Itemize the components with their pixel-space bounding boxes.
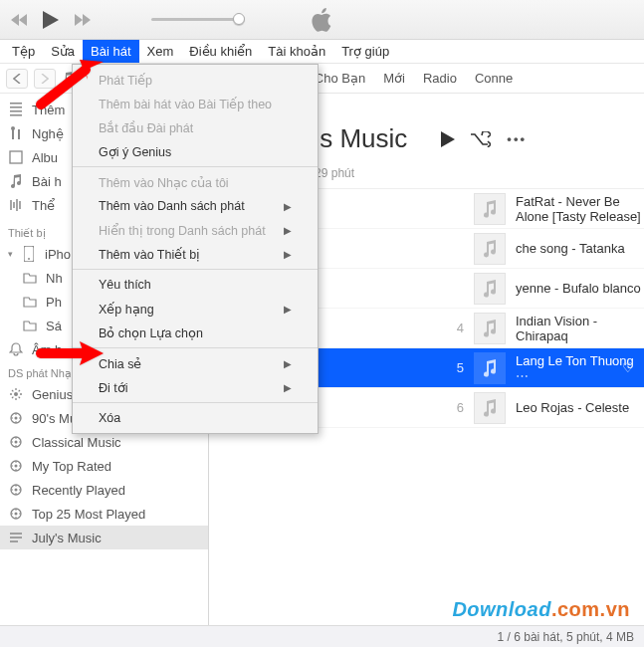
smart-icon <box>8 458 24 474</box>
svg-point-9 <box>28 258 30 260</box>
music-note-icon <box>474 193 506 225</box>
menu-xem[interactable]: Xem <box>139 40 182 63</box>
svg-point-10 <box>14 392 18 396</box>
folder-icon <box>22 294 38 310</box>
more-icon[interactable]: ••• <box>507 131 527 146</box>
svg-rect-2 <box>10 103 22 105</box>
annotation-arrow <box>36 338 106 368</box>
svg-point-18 <box>15 489 18 492</box>
menu-item: Thêm vào Nhạc của tôi <box>73 170 318 194</box>
watermark: Download.com.vn <box>452 598 630 621</box>
menu-item[interactable]: Xóa <box>73 406 318 430</box>
smart-icon <box>8 434 24 450</box>
svg-rect-3 <box>10 114 22 116</box>
track-name: yenne - Bufalo blanco <box>516 281 641 296</box>
previous-icon[interactable] <box>10 11 28 29</box>
menu-tài khoản[interactable]: Tài khoản <box>260 40 333 63</box>
music-note-icon <box>474 273 506 305</box>
track-name: che song - Tatanka <box>516 241 625 256</box>
sidebar-playlist[interactable]: Recently Played <box>0 478 208 502</box>
artist-icon <box>8 125 24 141</box>
play-icon[interactable] <box>40 9 62 31</box>
svg-point-20 <box>15 513 18 516</box>
smart-icon <box>8 506 24 522</box>
shuffle-icon[interactable] <box>471 131 491 147</box>
smart-icon <box>8 410 24 426</box>
tab[interactable]: Cho Bạn <box>315 67 365 90</box>
music-note-icon <box>474 352 506 384</box>
menu-item[interactable]: Gợi ý Genius <box>73 139 318 163</box>
player-controls <box>10 9 92 31</box>
folder-icon <box>22 318 38 333</box>
sidebar-playlist[interactable]: My Top Rated <box>0 454 208 478</box>
menu-item: Thêm bài hát vào Bài Tiếp theo <box>73 92 318 115</box>
menu-item[interactable]: Bỏ chọn Lựa chọn <box>73 321 318 344</box>
menu-item: Phát Tiếp <box>73 68 318 92</box>
menu-trợ giúp[interactable]: Trợ giúp <box>333 40 397 63</box>
disclosure-icon[interactable]: ▾ <box>8 249 13 259</box>
svg-rect-0 <box>10 107 22 108</box>
apple-logo-icon <box>312 7 333 33</box>
menu-item[interactable]: Thêm vào Danh sách phát▶ <box>73 194 318 218</box>
added-icon <box>8 102 24 117</box>
tab[interactable]: Mới <box>383 67 405 90</box>
svg-point-14 <box>15 441 18 444</box>
menu-item[interactable]: Xếp hạng▶ <box>73 297 318 321</box>
svg-rect-7 <box>10 151 22 163</box>
track-number: 6 <box>444 400 464 415</box>
genius-icon <box>8 386 24 402</box>
genre-icon <box>8 197 24 213</box>
annotation-arrow <box>36 60 106 109</box>
svg-point-5 <box>11 126 15 130</box>
list-icon <box>8 530 24 545</box>
folder-icon <box>22 270 38 286</box>
song-menu-dropdown: Phát TiếpThêm bài hát vào Bài Tiếp theoB… <box>72 64 319 434</box>
album-icon <box>8 149 24 165</box>
sidebar-playlist[interactable]: Top 25 Most Played <box>0 502 208 526</box>
menu-item[interactable]: Thêm vào Thiết bị▶ <box>73 242 318 266</box>
back-button[interactable] <box>6 69 28 89</box>
song-icon <box>8 173 24 189</box>
smart-icon <box>8 482 24 498</box>
volume-slider[interactable] <box>151 18 241 21</box>
svg-point-12 <box>15 417 18 420</box>
menu-item: Hiển thị trong Danh sách phát▶ <box>73 218 318 242</box>
phone-icon <box>21 246 37 262</box>
music-note-icon <box>474 233 506 265</box>
play-all-icon[interactable] <box>441 131 455 147</box>
track-name: Indian Vision - Chirapaq <box>516 314 644 343</box>
ringtone-icon <box>8 341 24 357</box>
menu-item[interactable]: Chia sẻ▶ <box>73 351 318 375</box>
svg-point-16 <box>15 465 18 468</box>
tab[interactable]: Conne <box>475 67 513 90</box>
music-note-icon <box>474 313 506 344</box>
sidebar-playlist[interactable]: July's Music <box>0 526 208 549</box>
status-text: 1 / 6 bài hát, 5 phút, 4 MB <box>498 630 634 644</box>
track-number: 4 <box>444 321 464 335</box>
track-number: 5 <box>444 360 464 375</box>
track-name: FatRat - Never Be Alone [Tasty Release] <box>516 194 644 224</box>
player-bar <box>0 0 644 40</box>
music-note-icon <box>474 392 506 424</box>
next-icon[interactable] <box>74 11 92 29</box>
track-name: Leo Rojas - Celeste <box>516 400 629 415</box>
tab[interactable]: Radio <box>423 67 457 90</box>
menu-item[interactable]: Yêu thích <box>73 273 318 297</box>
svg-rect-1 <box>10 110 22 112</box>
heart-icon[interactable]: ♡ <box>622 360 634 375</box>
status-bar: 1 / 6 bài hát, 5 phút, 4 MB <box>0 625 644 647</box>
svg-rect-6 <box>18 129 20 139</box>
menu-item[interactable]: Đi tới▶ <box>73 375 318 399</box>
menu-điều khiển[interactable]: Điều khiển <box>181 40 260 63</box>
menu-item: Bắt đầu Đài phát <box>73 115 318 139</box>
